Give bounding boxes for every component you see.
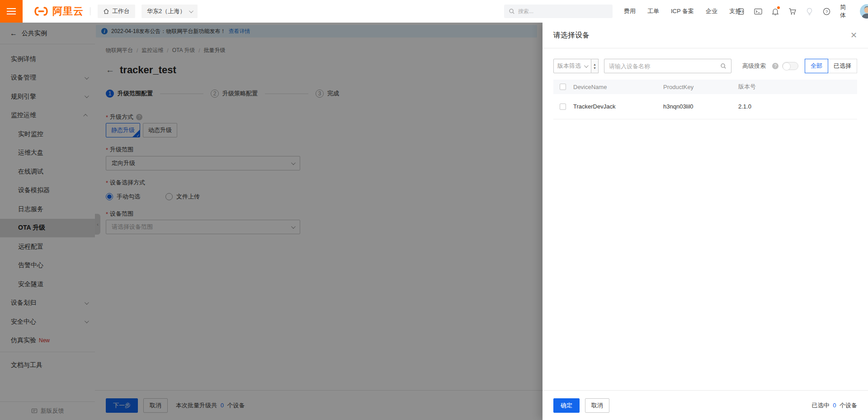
region-selector[interactable]: 华东2（上海） <box>142 5 198 18</box>
cell-device-name: TrackerDevJack <box>573 103 663 110</box>
device-picker-drawer: 请选择设备 ✕ 版本筛选 ▲ ▼ 高级搜索 ? 全部 已 <box>542 23 868 420</box>
advanced-search: 高级搜索 ? <box>742 62 798 70</box>
terminal-icon[interactable] <box>754 7 762 15</box>
logo-text: 阿里云 <box>52 5 84 18</box>
device-name-search-input[interactable] <box>609 63 720 70</box>
selected-count: 0 <box>833 402 836 409</box>
search-icon[interactable] <box>720 63 726 69</box>
chevron-down-icon <box>584 63 589 68</box>
filter-segment: 全部 已选择 <box>805 59 857 73</box>
version-filter-label: 版本筛选 <box>557 62 581 70</box>
table-header-row: DeviceName ProductKey 版本号 <box>553 80 857 94</box>
lightbulb-icon[interactable] <box>806 7 813 15</box>
col-product-key: ProductKey <box>663 84 738 90</box>
modal-overlay[interactable] <box>0 23 542 420</box>
advanced-search-label: 高级搜索 <box>742 62 766 70</box>
table-row[interactable]: TrackerDevJack h3nqn03lil0 2.1.0 <box>553 94 857 119</box>
topbar-icons: P ? 简体 <box>737 0 868 23</box>
drawer-toolbar: 版本筛选 ▲ ▼ 高级搜索 ? 全部 已选择 <box>553 59 857 73</box>
bell-icon[interactable] <box>772 7 779 15</box>
version-filter-stepper[interactable]: ▲ ▼ <box>591 59 599 73</box>
region-label: 华东2（上海） <box>147 7 185 15</box>
workbench-button[interactable]: 工作台 <box>98 5 135 18</box>
language-selector[interactable]: 简体 <box>840 3 850 19</box>
svg-text:P: P <box>739 9 741 14</box>
nav-enterprise[interactable]: 企业 <box>706 7 717 15</box>
nav-tickets[interactable]: 工单 <box>647 7 659 15</box>
chevron-down-icon <box>189 9 193 13</box>
col-version: 版本号 <box>738 83 857 91</box>
device-table: DeviceName ProductKey 版本号 TrackerDevJack… <box>553 80 857 119</box>
device-name-search[interactable] <box>604 59 731 73</box>
api-icon[interactable]: P <box>737 7 745 15</box>
cell-product-key: h3nqn03lil0 <box>663 103 738 110</box>
screen: 阿里云 工作台 华东2（上海） 费用 工单 ICP 备案 企业 支持 P <box>0 0 868 420</box>
close-icon[interactable]: ✕ <box>850 31 857 39</box>
drawer-cancel-button[interactable]: 取消 <box>585 398 609 413</box>
drawer-title: 请选择设备 <box>553 31 590 40</box>
filter-all-button[interactable]: 全部 <box>805 59 828 73</box>
drawer-footer: 确定 取消 已选中 0 个设备 <box>542 390 868 420</box>
topbar-links: 费用 工单 ICP 备案 企业 支持 <box>624 0 741 23</box>
help-icon[interactable]: ? <box>823 7 830 15</box>
help-icon[interactable]: ? <box>772 63 778 69</box>
global-search[interactable] <box>504 5 613 18</box>
notification-badge <box>777 6 780 9</box>
row-checkbox[interactable] <box>560 104 566 110</box>
spinner-down-icon[interactable]: ▼ <box>593 66 596 70</box>
cart-icon[interactable] <box>788 7 797 15</box>
home-icon <box>103 8 109 14</box>
aliyun-logo[interactable]: 阿里云 <box>33 5 84 18</box>
spinner-up-icon[interactable]: ▲ <box>593 63 596 66</box>
confirm-button[interactable]: 确定 <box>553 398 580 413</box>
filter-selected-button[interactable]: 已选择 <box>828 59 857 73</box>
version-filter-select[interactable]: 版本筛选 <box>553 59 591 73</box>
hamburger-menu-icon[interactable] <box>0 0 23 23</box>
advanced-search-toggle[interactable] <box>782 62 798 70</box>
avatar[interactable] <box>860 4 868 19</box>
col-device-name: DeviceName <box>573 84 663 90</box>
select-all-checkbox[interactable] <box>560 84 566 90</box>
drawer-header: 请选择设备 ✕ <box>542 23 868 48</box>
topbar: 阿里云 工作台 华东2（上海） 费用 工单 ICP 备案 企业 支持 P <box>0 0 868 23</box>
svg-text:?: ? <box>826 9 828 14</box>
global-search-input[interactable] <box>518 8 604 14</box>
nav-icp[interactable]: ICP 备案 <box>671 7 694 15</box>
workbench-label: 工作台 <box>112 7 130 15</box>
selected-summary: 已选中 0 个设备 <box>812 401 857 410</box>
aliyun-logo-icon <box>33 6 50 16</box>
divider <box>90 7 90 15</box>
cell-version: 2.1.0 <box>738 103 857 110</box>
search-icon <box>509 8 515 14</box>
nav-billing[interactable]: 费用 <box>624 7 636 15</box>
